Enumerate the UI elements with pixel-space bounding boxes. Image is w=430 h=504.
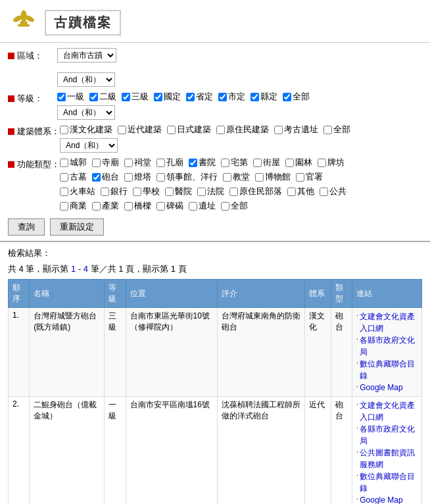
func-check-火車站[interactable]: 火車站 [60,186,95,197]
arch-check-2[interactable]: 近代建築 [118,124,162,136]
func-checkboxes-row2: 古墓 砲台 燈塔 領事館、洋行 教堂 博物館 官署 [60,171,422,183]
button-row: 查詢 重新設定 [8,218,422,236]
red-indicator [8,128,14,135]
level-check-6[interactable]: 市定 [218,91,245,103]
result-link[interactable]: 文建會文化資產入口網 [360,311,418,334]
col-system: 體系 [305,280,331,308]
cell-desc: 沈葆楨聘法國工程師所做的洋式砲台 [217,397,305,505]
func-check-書院[interactable]: 書院 [189,157,216,168]
level-check-8[interactable]: 全部 [283,91,310,103]
col-level: 等級 [105,280,126,308]
func-check-原住民部落[interactable]: 原住民部落 [229,186,282,197]
func-check-全部[interactable]: 全部 [221,200,248,212]
result-link[interactable]: 各縣市政府文化局 [360,334,418,358]
search-button[interactable]: 查詢 [8,218,45,236]
cell-type: 砲台 [331,308,352,397]
cell-name: 台灣府城暨方砲台(既方靖鎮) [30,308,105,397]
func-check-宅第[interactable]: 宅第 [221,157,248,168]
func-check-醫院[interactable]: 醫院 [165,186,192,197]
page-title: 古蹟檔案 [45,10,121,36]
cell-system: 漢文化 [305,308,331,397]
col-location: 位置 [126,280,217,308]
level-operator-select[interactable]: And（和） Or（或） [57,105,115,120]
cell-type: 砲台 [331,397,352,505]
result-link[interactable]: 文建會文化資產入口網 [360,399,418,423]
func-content: 城郭 寺廟 祠堂 孔廟 書院 宅第 街屋 園林 牌坊 古墓 砲台 燈塔 領事館、… [60,157,422,214]
level-label: 等級： [8,91,57,105]
col-order: 順序 [9,280,30,308]
func-check-教堂[interactable]: 教堂 [223,171,250,183]
logo-icon [8,7,39,38]
result-link[interactable]: Google Map [360,494,402,504]
func-check-領事館[interactable]: 領事館、洋行 [156,171,218,183]
results-range-link[interactable]: 1 - 4 [71,264,88,274]
cell-level: 一級 [105,397,126,505]
red-indicator [8,95,14,102]
level-row: 等級： 一級 二級 三級 國定 省定 市定 縣定 全部 And（和） Or（或） [8,91,422,120]
func-check-法院[interactable]: 法院 [197,186,224,197]
func-check-官署[interactable]: 官署 [296,171,323,183]
result-link[interactable]: 各縣市政府文化局 [360,423,418,447]
func-check-產業[interactable]: 產業 [92,200,119,212]
cell-level: 三級 [105,308,126,397]
arch-check-3[interactable]: 日式建築 [167,124,211,136]
result-link[interactable]: 公共圖書館資訊服務網 [360,447,418,470]
col-name: 名稱 [30,280,105,308]
level-check-5[interactable]: 省定 [186,91,213,103]
cell-order: 1. [9,308,30,397]
func-check-其他[interactable]: 其他 [287,186,314,197]
level-check-4[interactable]: 國定 [154,91,181,103]
search-form: 區域： 台南市古蹟 And（和） Or（或） 等級： 一級 二級 三級 國定 [0,43,430,242]
func-check-博物館[interactable]: 博物館 [255,171,291,183]
region-select[interactable]: 台南市古蹟 [57,48,116,63]
func-check-園林[interactable]: 園林 [285,157,312,168]
func-check-遺址[interactable]: 遺址 [189,200,216,212]
results-summary: 檢索結果： [8,247,422,259]
col-type: 類型 [331,280,352,308]
arch-row: 建築體系： 漢文化建築 近代建築 日式建築 原住民建築 考古遺址 全部 And（… [8,124,422,153]
result-link[interactable]: 數位典藏聯合目錄 [360,470,418,494]
func-check-商業[interactable]: 商業 [60,200,87,212]
reset-button[interactable]: 重新設定 [50,218,104,236]
func-check-砲台[interactable]: 砲台 [92,171,119,183]
func-checkboxes-row1: 城郭 寺廟 祠堂 孔廟 書院 宅第 街屋 園林 牌坊 [60,157,422,168]
func-check-孔廟[interactable]: 孔廟 [156,157,183,168]
func-check-燈塔[interactable]: 燈塔 [124,171,151,183]
func-check-祠堂[interactable]: 祠堂 [124,157,151,168]
func-checkboxes-row3: 火車站 銀行 學校 醫院 法院 原住民部落 其他 公共 [60,186,422,197]
func-check-古墓[interactable]: 古墓 [60,171,87,183]
cell-system: 近代 [305,397,331,505]
region-row: 區域： 台南市古蹟 And（和） Or（或） [8,48,422,87]
region-content: 台南市古蹟 And（和） Or（或） [57,48,422,87]
func-check-寺廟[interactable]: 寺廟 [92,157,119,168]
arch-check-4[interactable]: 原住民建築 [216,124,269,136]
results-table: 順序 名稱 等級 位置 評介 體系 類型 連結 1. 台灣府城暨方砲台(既方靖鎮… [8,279,422,504]
svg-rect-4 [18,24,30,27]
level-check-1[interactable]: 一級 [57,91,84,103]
func-row: 功能類型： 城郭 寺廟 祠堂 孔廟 書院 宅第 街屋 園林 牌坊 古墓 砲台 燈… [8,157,422,214]
func-check-橋樑[interactable]: 橋樑 [124,200,151,212]
level-check-3[interactable]: 三級 [122,91,149,103]
cell-links: 文建會文化資產入口網各縣市政府文化局公共圖書館資訊服務網數位典藏聯合目錄Goog… [352,397,421,505]
level-check-7[interactable]: 縣定 [251,91,277,103]
arch-check-1[interactable]: 漢文化建築 [60,124,112,136]
func-check-牌坊[interactable]: 牌坊 [318,157,345,168]
func-check-公共[interactable]: 公共 [320,186,346,197]
cell-name: 二鯤身砲台（億載金城） [30,397,105,505]
red-indicator [8,161,14,168]
result-link[interactable]: Google Map [360,382,402,393]
func-check-銀行[interactable]: 銀行 [101,186,128,197]
level-content: 一級 二級 三級 國定 省定 市定 縣定 全部 And（和） Or（或） [57,91,422,120]
func-check-學校[interactable]: 學校 [133,186,160,197]
arch-check-5[interactable]: 考古遺址 [274,124,318,136]
result-link[interactable]: 數位典藏聯合目錄 [360,358,418,382]
arch-operator-select[interactable]: And（和） Or（或） [60,138,118,153]
arch-check-6[interactable]: 全部 [323,124,350,136]
func-check-碑碣[interactable]: 碑碣 [156,200,183,212]
cell-order: 2. [9,397,30,505]
func-check-街屋[interactable]: 街屋 [253,157,280,168]
level-check-2[interactable]: 二級 [89,91,116,103]
region-operator-select[interactable]: And（和） Or（或） [57,72,115,87]
func-check-城郭[interactable]: 城郭 [60,157,87,168]
results-total: 共 4 筆，顯示第 1 - 4 筆／共 1 頁，顯示第 1 頁 [8,263,422,275]
